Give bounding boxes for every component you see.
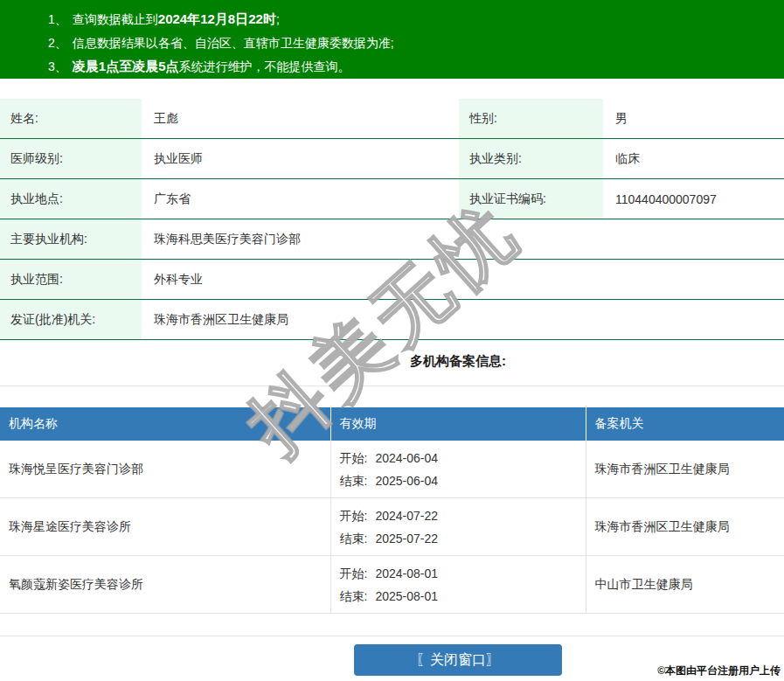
validity-end: 结束:2025-06-04 [340, 469, 586, 492]
table-row: 医师级别: 执业医师 执业类别: 临床 [0, 139, 784, 179]
doctor-level-label: 医师级别: [0, 139, 142, 179]
end-date: 2025-08-01 [375, 589, 438, 603]
close-window-button[interactable]: 〖关闭窗口〗 [354, 644, 562, 676]
table-footer-strip [0, 614, 784, 636]
filing-section-header: 多机构备案信息: [0, 353, 784, 371]
practice-location-value: 广东省 [142, 179, 459, 219]
table-row: 执业地点: 广东省 执业证书编码: 110440400007097 [0, 179, 784, 219]
practice-location-label: 执业地点: [0, 179, 142, 219]
certificate-number-label: 执业证书编码: [459, 179, 603, 219]
end-label: 结束: [340, 589, 368, 603]
start-date: 2024-08-01 [375, 566, 438, 580]
practitioner-info-table: 姓名: 王彪 性别: 男 医师级别: 执业医师 执业类别: 临床 执业地点: 广… [0, 99, 784, 340]
notice-line-3: 3、凌晨1点至凌晨5点系统进行维护，不能提供查询。 [48, 54, 775, 78]
validity-start: 开始:2024-06-04 [340, 447, 586, 469]
filing-row: 珠海悦呈医疗美容门诊部 开始:2024-06-04 结束:2025-06-04 … [0, 441, 784, 498]
table-row: 执业范围: 外科专业 [0, 260, 784, 300]
practice-category-label: 执业类别: [459, 139, 603, 179]
name-value: 王彪 [142, 99, 459, 139]
notice-text-bold: 凌晨1点至凌晨5点 [73, 59, 179, 73]
name-label: 姓名: [0, 99, 142, 139]
end-date: 2025-06-04 [375, 474, 438, 488]
organization-name: 珠海星途医疗美容诊所 [0, 498, 330, 556]
practice-scope-label: 执业范围: [0, 260, 142, 300]
organization-name: 氧颜蔻新姿医疗美容诊所 [0, 556, 330, 614]
validity-period: 开始:2024-08-01 结束:2025-08-01 [330, 556, 586, 614]
column-header-validity: 有效期 [330, 407, 586, 441]
notice-banner: 1、查询数据截止到2024年12月8日22时; 2、信息数据结果以各省、自治区、… [0, 0, 784, 79]
filing-row: 氧颜蔻新姿医疗美容诊所 开始:2024-08-01 结束:2025-08-01 … [0, 556, 784, 614]
start-label: 开始: [340, 566, 368, 580]
filing-row: 珠海星途医疗美容诊所 开始:2024-07-22 结束:2025-07-22 珠… [0, 498, 784, 556]
notice-line-1: 1、查询数据截止到2024年12月8日22时; [48, 7, 775, 31]
filing-header-row: 机构名称 有效期 备案机关 [0, 407, 784, 441]
validity-start: 开始:2024-07-22 [340, 504, 586, 527]
issuing-authority-value: 珠海市香洲区卫生健康局 [142, 300, 784, 340]
filing-authority: 珠海市香洲区卫生健康局 [586, 441, 784, 498]
validity-end: 结束:2025-07-22 [340, 527, 586, 550]
organization-name: 珠海悦呈医疗美容门诊部 [0, 441, 330, 498]
notice-text: 系统进行维护，不能提供查询。 [178, 59, 350, 73]
notice-number: 1、 [48, 12, 67, 26]
practice-scope-value: 外科专业 [142, 260, 784, 300]
practice-category-value: 临床 [603, 139, 784, 179]
column-header-authority: 备案机关 [586, 407, 784, 441]
notice-number: 3、 [48, 59, 67, 73]
copyright-note: ©本图由平台注册用户上传 [657, 664, 781, 678]
table-row: 姓名: 王彪 性别: 男 [0, 99, 784, 139]
start-date: 2024-07-22 [375, 509, 438, 523]
certificate-number-value: 110440400007097 [603, 179, 784, 219]
filing-section-title: 多机构备案信息: [410, 353, 506, 368]
column-header-organization: 机构名称 [0, 407, 330, 441]
start-label: 开始: [340, 451, 368, 465]
gender-value: 男 [603, 99, 784, 139]
end-label: 结束: [340, 474, 368, 488]
validity-period: 开始:2024-07-22 结束:2025-07-22 [330, 498, 586, 556]
doctor-level-value: 执业医师 [142, 139, 459, 179]
filing-table: 机构名称 有效期 备案机关 珠海悦呈医疗美容门诊部 开始:2024-06-04 … [0, 407, 784, 614]
main-institution-value: 珠海科思美医疗美容门诊部 [142, 219, 784, 260]
notice-number: 2、 [48, 36, 67, 50]
notice-text-bold: 2024年12月8日22时 [158, 11, 276, 26]
notice-line-2: 2、信息数据结果以各省、自治区、直辖市卫生健康委数据为准; [48, 31, 775, 54]
divider [0, 386, 784, 386]
practitioner-query-page: 1、查询数据截止到2024年12月8日22时; 2、信息数据结果以各省、自治区、… [0, 0, 784, 681]
gender-label: 性别: [459, 99, 603, 139]
main-institution-label: 主要执业机构: [0, 219, 142, 260]
filing-authority: 中山市卫生健康局 [586, 556, 784, 614]
notice-text: 信息数据结果以各省、自治区、直辖市卫生健康委数据为准; [73, 36, 394, 50]
validity-start: 开始:2024-08-01 [340, 562, 586, 585]
notice-text: 查询数据截止到 [73, 12, 158, 26]
notice-text: ; [276, 12, 280, 26]
table-row: 发证(批准)机关: 珠海市香洲区卫生健康局 [0, 300, 784, 340]
issuing-authority-label: 发证(批准)机关: [0, 300, 142, 340]
table-row: 主要执业机构: 珠海科思美医疗美容门诊部 [0, 219, 784, 260]
filing-authority: 珠海市香洲区卫生健康局 [586, 498, 784, 556]
start-date: 2024-06-04 [375, 451, 438, 465]
validity-period: 开始:2024-06-04 结束:2025-06-04 [330, 441, 586, 498]
end-label: 结束: [340, 532, 368, 545]
start-label: 开始: [340, 509, 368, 523]
validity-end: 结束:2025-08-01 [340, 585, 586, 608]
end-date: 2025-07-22 [375, 532, 438, 545]
